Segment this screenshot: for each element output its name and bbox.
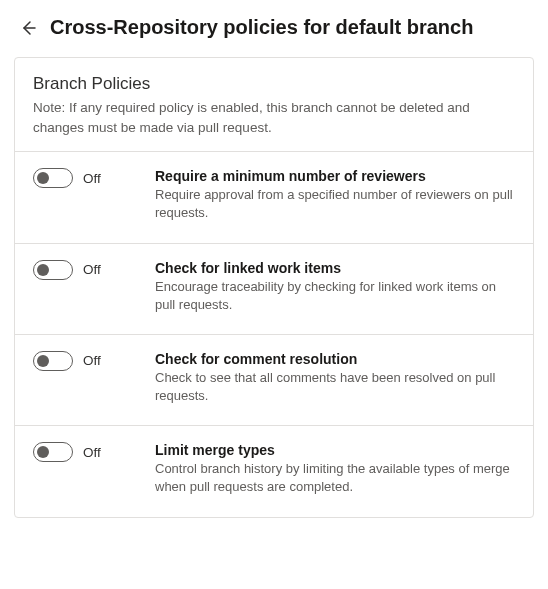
toggle-group: Off	[33, 351, 143, 371]
policy-text: Check for comment resolution Check to se…	[155, 351, 515, 405]
policy-text: Require a minimum number of reviewers Re…	[155, 168, 515, 222]
policy-title: Limit merge types	[155, 442, 515, 458]
policy-desc: Encourage traceability by checking for l…	[155, 278, 515, 314]
policy-desc: Control branch history by limiting the a…	[155, 460, 515, 496]
branch-policies-card: Branch Policies Note: If any required po…	[14, 57, 534, 518]
toggle-state-label: Off	[83, 445, 101, 460]
card-title: Branch Policies	[33, 74, 515, 94]
back-arrow-icon[interactable]	[20, 20, 36, 36]
toggle-min-reviewers[interactable]	[33, 168, 73, 188]
policy-title: Check for linked work items	[155, 260, 515, 276]
toggle-group: Off	[33, 168, 143, 188]
policy-desc: Check to see that all comments have been…	[155, 369, 515, 405]
toggle-knob	[37, 172, 49, 184]
policy-text: Check for linked work items Encourage tr…	[155, 260, 515, 314]
toggle-state-label: Off	[83, 171, 101, 186]
policy-text: Limit merge types Control branch history…	[155, 442, 515, 496]
toggle-knob	[37, 446, 49, 458]
policy-row-limit-merge-types: Off Limit merge types Control branch his…	[15, 425, 533, 516]
card-header: Branch Policies Note: If any required po…	[15, 58, 533, 151]
policy-title: Require a minimum number of reviewers	[155, 168, 515, 184]
toggle-limit-merge-types[interactable]	[33, 442, 73, 462]
toggle-group: Off	[33, 442, 143, 462]
toggle-state-label: Off	[83, 262, 101, 277]
policy-row-min-reviewers: Off Require a minimum number of reviewer…	[15, 151, 533, 242]
toggle-state-label: Off	[83, 353, 101, 368]
toggle-comment-resolution[interactable]	[33, 351, 73, 371]
policy-row-linked-work-items: Off Check for linked work items Encourag…	[15, 243, 533, 334]
page-header: Cross-Repository policies for default br…	[0, 0, 548, 53]
policy-row-comment-resolution: Off Check for comment resolution Check t…	[15, 334, 533, 425]
page-title: Cross-Repository policies for default br…	[50, 16, 473, 39]
policy-title: Check for comment resolution	[155, 351, 515, 367]
toggle-knob	[37, 264, 49, 276]
toggle-linked-work-items[interactable]	[33, 260, 73, 280]
toggle-group: Off	[33, 260, 143, 280]
toggle-knob	[37, 355, 49, 367]
card-note: Note: If any required policy is enabled,…	[33, 98, 515, 137]
policy-desc: Require approval from a specified number…	[155, 186, 515, 222]
